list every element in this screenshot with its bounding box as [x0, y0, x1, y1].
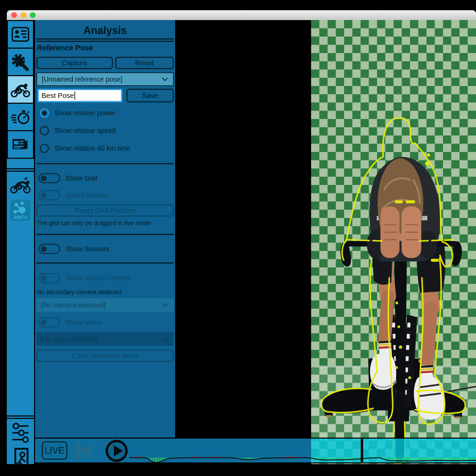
titlebar[interactable]: [7, 10, 476, 20]
reference-pose-section-label: Reference Pose: [37, 44, 93, 52]
toggle-off-icon: [38, 317, 60, 327]
mirror-video-toggle: Mirror video: [38, 317, 102, 328]
radio-selected-icon: [40, 108, 49, 118]
floppy-disk-icon: [74, 441, 94, 460]
pose-name-input[interactable]: Best Pose: [37, 89, 122, 102]
sidebar-item-antplus[interactable]: ANT+: [7, 199, 34, 221]
newspaper-icon: [12, 138, 29, 151]
toggle-off-icon: [38, 244, 60, 254]
reset-button[interactable]: Reset: [115, 57, 174, 69]
camera-select-dropdown: [No camera selected]: [36, 298, 174, 312]
timeline-waveform[interactable]: [129, 455, 476, 464]
show-grid-toggle[interactable]: Show Grid: [38, 172, 97, 184]
ignore-bottom-toggle: Ignore bottom: [38, 189, 107, 201]
gear-wrench-icon: [11, 52, 30, 71]
chevron-down-icon: [162, 337, 169, 341]
timeline-playhead[interactable]: [361, 438, 363, 462]
id-card-icon: [12, 27, 29, 42]
sidebar-item-analysis[interactable]: [7, 75, 34, 104]
radio-show-relative-40km-time[interactable]: Show relative 40 km time: [40, 143, 130, 153]
aero-cyclist-icon: [10, 176, 31, 193]
clear-reference-pose-button: Clear reference pose: [36, 350, 174, 362]
text-caret: [74, 91, 75, 100]
toggle-off-icon: [38, 173, 60, 183]
reference-pose-dropdown[interactable]: [Unnamed reference pose]: [36, 72, 174, 86]
sidebar-item-profile[interactable]: [7, 20, 34, 49]
reset-grid-position-button: Reset Grid Position: [36, 204, 174, 217]
zoom-window-icon[interactable]: [30, 12, 36, 18]
chevron-down-icon: [162, 303, 169, 307]
sidebar-item-report[interactable]: [7, 130, 34, 159]
pose-select-dropdown: [No pose selected]: [36, 332, 174, 346]
play-button[interactable]: [105, 439, 128, 462]
app-root: ANT+ Analysis Refere: [0, 0, 476, 476]
grid-note: The grid can only be dragged in live mod…: [37, 220, 151, 227]
stopwatch-icon: [11, 109, 30, 124]
cyclist-icon: [10, 82, 31, 97]
exit-door-icon: [11, 448, 30, 464]
sidebar-item-aero-pose[interactable]: [7, 176, 34, 193]
reference-pose-dropdown-value: [Unnamed reference pose]: [42, 75, 122, 83]
sidebar-item-exit[interactable]: [7, 448, 34, 464]
sidebar-item-settings[interactable]: [7, 48, 34, 76]
pose-name-input-value: Best Pose: [41, 91, 74, 100]
ant-plus-label: ANT+: [14, 214, 27, 220]
sliders-icon: [12, 422, 29, 444]
chevron-down-icon: [162, 77, 168, 81]
analysis-panel: Analysis Reference Pose Capture Reset [U…: [35, 20, 175, 438]
ant-plus-badge: ANT+: [10, 199, 31, 221]
sidebar: ANT+: [7, 20, 35, 464]
toggle-off-icon: [38, 190, 60, 200]
radio-show-relative-speed[interactable]: Show relative speed: [40, 125, 116, 136]
empty-viewport: [175, 20, 311, 464]
radio-unselected-icon: [40, 126, 49, 135]
second-camera-status: No secondary camera detected: [37, 289, 122, 296]
save-button[interactable]: Save: [126, 89, 174, 102]
application-window: ANT+ Analysis Refere: [7, 10, 476, 464]
live-button[interactable]: LIVE: [42, 441, 67, 460]
close-window-icon[interactable]: [11, 12, 17, 18]
toggle-off-icon: [38, 273, 60, 283]
show-sensors-toggle[interactable]: Show Sensors: [38, 243, 109, 255]
capture-button[interactable]: Capture: [36, 57, 113, 69]
minimize-window-icon[interactable]: [21, 12, 27, 18]
show-second-camera-toggle: Show second camera: [38, 272, 131, 284]
radio-unselected-icon: [40, 144, 49, 153]
panel-title: Analysis: [35, 24, 175, 37]
radio-show-relative-power[interactable]: Show relative power: [40, 108, 116, 118]
camera-video-feed: [311, 20, 476, 464]
sidebar-item-adjustments[interactable]: [7, 422, 34, 444]
sidebar-item-timer[interactable]: [7, 103, 34, 131]
